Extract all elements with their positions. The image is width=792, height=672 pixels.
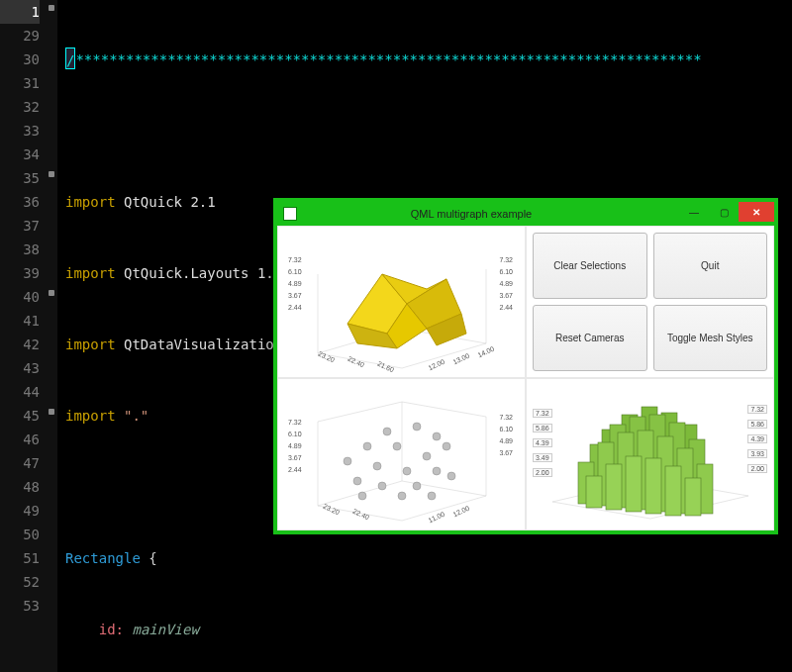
- clear-selections-button[interactable]: Clear Selections: [533, 233, 647, 299]
- line-number: 39: [0, 261, 40, 285]
- comment-stars: ****************************************…: [75, 51, 701, 67]
- line-number: 47: [0, 451, 40, 475]
- brace: {: [148, 550, 156, 566]
- reset-cameras-button[interactable]: Reset Cameras: [533, 305, 647, 371]
- window-controls: — ▢ ✕: [679, 202, 774, 226]
- buttons-pane: Clear Selections Quit Reset Cameras Togg…: [526, 226, 774, 378]
- line-number: 32: [0, 95, 40, 119]
- line-number: 51: [0, 546, 40, 570]
- scatter3d-chart: [288, 387, 516, 526]
- line-number: 53: [0, 594, 40, 618]
- toggle-mesh-styles-button[interactable]: Toggle Mesh Styles: [653, 305, 768, 371]
- axis-tick: 3.67: [288, 454, 302, 461]
- line-number: 35: [0, 166, 40, 190]
- svg-rect-47: [586, 476, 602, 508]
- axis-tick: 4.89: [499, 437, 513, 444]
- axis-tick: 4.89: [499, 280, 513, 287]
- svg-point-14: [378, 482, 386, 490]
- line-number: 42: [0, 333, 40, 356]
- scatter3d-pane[interactable]: 7.32 6.10 4.89 3.67 2.44 7.32 6.10 4.89 …: [277, 378, 526, 530]
- svg-point-24: [447, 472, 455, 480]
- line-number: 41: [0, 309, 40, 333]
- axis-tick: 6.10: [288, 431, 302, 437]
- line-number: 49: [0, 499, 40, 523]
- line-number: 36: [0, 190, 40, 214]
- axis-tick: 3.67: [288, 292, 302, 299]
- window-title: QML multigraph example: [263, 208, 679, 220]
- svg-point-25: [344, 457, 351, 465]
- axis-tick: 7.32: [747, 405, 767, 414]
- code-editor: 1 29 30 31 32 33 34 35 36 37 38 39 40 41…: [0, 0, 792, 672]
- axis-tick: 7.32: [288, 419, 302, 426]
- fold-toggle-icon[interactable]: [49, 409, 54, 415]
- line-number: 45: [0, 404, 40, 428]
- close-button[interactable]: ✕: [739, 202, 774, 222]
- bars3d-pane[interactable]: 7.32 5.86 4.39 3.49 2.00 7.32 5.86 4.39 …: [526, 378, 774, 530]
- svg-point-20: [363, 442, 371, 450]
- keyword: import: [65, 336, 116, 352]
- svg-point-18: [433, 467, 441, 475]
- line-number: 44: [0, 380, 40, 404]
- axis-tick: 3.67: [499, 449, 513, 456]
- maximize-button[interactable]: ▢: [709, 202, 739, 222]
- keyword: import: [65, 408, 116, 424]
- axis-tick: 4.89: [288, 442, 302, 449]
- minimize-button[interactable]: —: [679, 202, 709, 222]
- svg-rect-48: [606, 464, 622, 510]
- line-number: 46: [0, 428, 40, 451]
- line-number: 1: [0, 0, 40, 24]
- axis-tick: 3.67: [499, 292, 513, 299]
- svg-rect-50: [645, 458, 661, 514]
- axis-tick: 2.44: [288, 304, 302, 311]
- axis-tick: 6.10: [288, 268, 302, 275]
- svg-point-12: [373, 462, 381, 470]
- line-number: 52: [0, 570, 40, 594]
- svg-point-19: [443, 442, 450, 450]
- axis-tick: 3.49: [533, 453, 552, 462]
- line-number: 34: [0, 143, 40, 166]
- minimize-icon: —: [689, 207, 699, 218]
- svg-point-28: [428, 492, 436, 500]
- maximize-icon: ▢: [720, 207, 729, 218]
- axis-tick: 3.93: [747, 449, 767, 458]
- cursor: /: [65, 48, 75, 69]
- identifier: mainView: [132, 622, 198, 637]
- property: id:: [99, 622, 124, 637]
- app-window[interactable]: QML multigraph example — ▢ ✕: [273, 198, 778, 534]
- client-area: 7.32 6.10 4.89 3.67 2.44 23.20 22.40 21.…: [277, 226, 774, 530]
- svg-rect-52: [685, 478, 701, 516]
- svg-point-13: [393, 442, 401, 450]
- line-number: 33: [0, 119, 40, 143]
- axis-tick: 4.39: [533, 438, 552, 447]
- surface3d-pane[interactable]: 7.32 6.10 4.89 3.67 2.44 23.20 22.40 21.…: [277, 226, 526, 378]
- svg-point-21: [383, 428, 391, 435]
- fold-toggle-icon[interactable]: [49, 171, 54, 177]
- axis-tick: 7.32: [499, 414, 513, 421]
- line-number: 38: [0, 238, 40, 261]
- axis-tick: 5.86: [533, 424, 552, 432]
- line-number: 37: [0, 214, 40, 238]
- gutter: 1 29 30 31 32 33 34 35 36 37 38 39 40 41…: [0, 0, 48, 672]
- axis-tick: 6.10: [499, 268, 513, 275]
- fold-toggle-icon[interactable]: [49, 5, 54, 11]
- line-number: 31: [0, 71, 40, 95]
- type-name: Rectangle: [65, 550, 141, 566]
- quit-button[interactable]: Quit: [653, 233, 768, 299]
- svg-point-11: [353, 477, 361, 485]
- keyword: import: [65, 194, 116, 210]
- svg-point-22: [413, 423, 421, 431]
- svg-point-23: [433, 432, 441, 440]
- titlebar[interactable]: QML multigraph example — ▢ ✕: [277, 202, 774, 226]
- line-number: 50: [0, 523, 40, 546]
- import-target: QtQuick.Layouts 1.0: [124, 265, 282, 281]
- axis-tick: 7.32: [533, 409, 552, 418]
- svg-point-27: [398, 492, 406, 500]
- axis-tick: 2.00: [533, 468, 552, 477]
- line-number: 48: [0, 475, 40, 499]
- fold-toggle-icon[interactable]: [49, 290, 54, 296]
- import-target: QtQuick 2.1: [124, 194, 216, 210]
- svg-rect-49: [626, 456, 642, 512]
- keyword: import: [65, 265, 116, 281]
- axis-tick: 6.10: [499, 426, 513, 432]
- svg-point-16: [423, 452, 431, 460]
